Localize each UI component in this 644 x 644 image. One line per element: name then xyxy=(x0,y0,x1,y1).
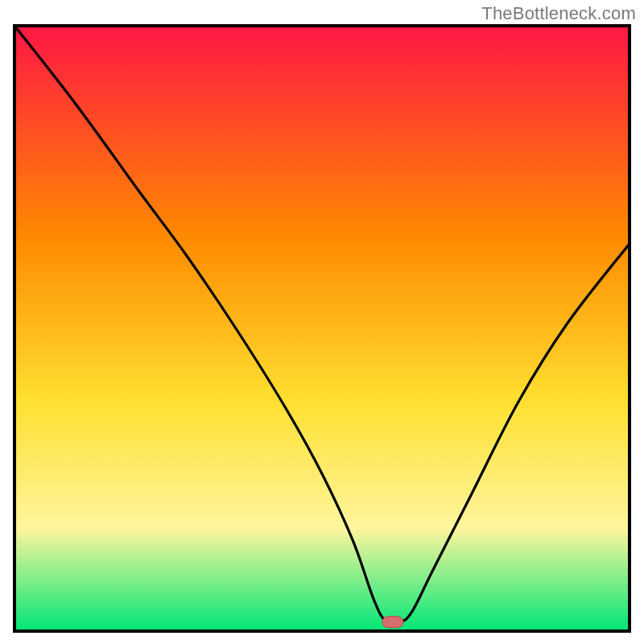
minimum-marker xyxy=(382,617,403,628)
plot-background xyxy=(14,26,630,631)
chart-svg xyxy=(0,0,644,644)
chart-container: { "watermark": "TheBottleneck.com", "col… xyxy=(0,0,644,644)
